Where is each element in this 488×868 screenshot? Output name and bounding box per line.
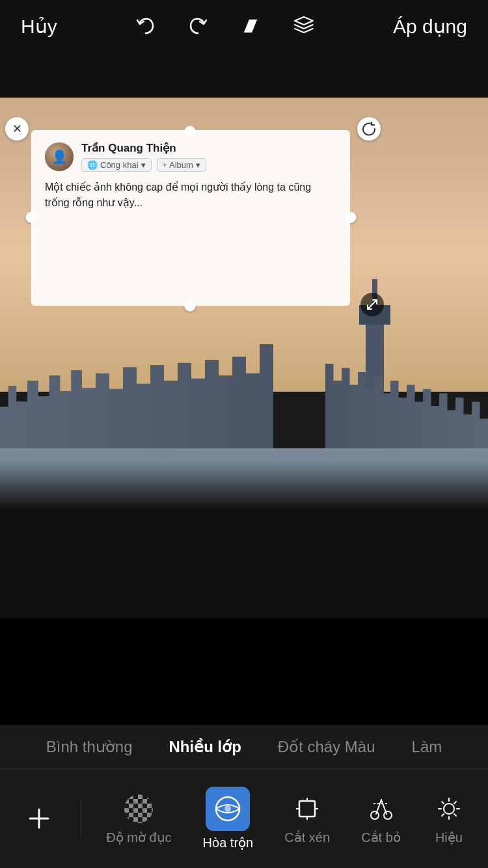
post-meta: 🌐 Công khai ▾ + Album ▾ (81, 158, 336, 172)
svg-point-14 (444, 804, 454, 814)
checkerboard-icon (124, 794, 153, 823)
opacity-icon (122, 792, 156, 826)
cut-label: Cắt bỏ (361, 830, 401, 845)
top-toolbar: Hủy (0, 0, 488, 52)
add-button[interactable] (16, 796, 62, 841)
apply-button[interactable]: Áp dụng (388, 10, 472, 43)
resize-icon (366, 298, 379, 311)
chevron-icon: ▾ (141, 160, 146, 170)
redo-icon (187, 15, 209, 37)
blend-label: Hòa trộn (203, 835, 254, 850)
avatar (45, 142, 74, 171)
effect-label: Hiệu (435, 830, 463, 845)
rotate-post-button[interactable] (357, 117, 381, 141)
eraser-icon (239, 14, 262, 38)
public-badge: 🌐 Công khai ▾ (81, 158, 152, 172)
svg-point-9 (371, 811, 379, 819)
svg-point-10 (384, 811, 392, 819)
cut-icon (364, 792, 398, 826)
svg-line-22 (442, 814, 444, 816)
tab-lam[interactable]: Làm (394, 725, 461, 768)
layers-icon (292, 14, 316, 38)
username: Trần Quang Thiện (81, 141, 336, 155)
facebook-post-overlay[interactable]: Trần Quang Thiện 🌐 Công khai ▾ + Album ▾… (31, 130, 350, 306)
toolbar-icons (129, 9, 321, 43)
globe-icon: 🌐 (87, 160, 98, 170)
effect-button[interactable]: Hiệu (426, 787, 472, 850)
crop-icon (290, 792, 324, 826)
chevron-icon-2: ▾ (196, 160, 200, 170)
undo-icon (135, 15, 157, 37)
svg-line-19 (442, 802, 444, 804)
blend-icon (206, 787, 250, 831)
buildings-left (0, 344, 273, 448)
opacity-label: Độ mờ đục (106, 830, 171, 845)
undo-button[interactable] (129, 10, 162, 42)
cut-button[interactable]: Cắt bỏ (355, 787, 407, 850)
fb-post-header: Trần Quang Thiện 🌐 Công khai ▾ + Album ▾ (45, 141, 336, 172)
bottom-toolbar: Bình thường Nhiều lớp Đốt cháy Màu Làm Đ… (0, 725, 488, 868)
dark-vignette-top (0, 52, 488, 98)
bottom-icons: Độ mờ đục Hòa trộn (0, 769, 488, 868)
tab-dot-chay-mau[interactable]: Đốt cháy Màu (260, 725, 394, 768)
plus-icon (22, 802, 56, 835)
user-info: Trần Quang Thiện 🌐 Công khai ▾ + Album ▾ (81, 141, 336, 172)
svg-rect-4 (299, 801, 315, 817)
close-post-button[interactable]: ✕ (5, 117, 29, 141)
blend-tabs: Bình thường Nhiều lớp Đốt cháy Màu Làm (0, 725, 488, 769)
resize-button[interactable] (360, 293, 384, 316)
opacity-button[interactable]: Độ mờ đục (100, 787, 178, 850)
crop-button[interactable]: Cắt xén (278, 787, 336, 850)
svg-line-11 (376, 800, 381, 814)
crop-label: Cắt xén (284, 830, 330, 845)
rotate-icon (362, 122, 376, 136)
dark-vignette-bottom (0, 462, 488, 618)
tab-binh-thuong[interactable]: Bình thường (28, 725, 151, 768)
album-badge: + Album ▾ (157, 158, 206, 172)
avatar-image (45, 142, 74, 171)
svg-line-21 (454, 802, 456, 804)
svg-line-12 (381, 800, 386, 814)
cancel-button[interactable]: Hủy (16, 10, 62, 43)
eraser-button[interactable] (234, 9, 267, 43)
layers-button[interactable] (287, 9, 321, 43)
divider (81, 799, 81, 838)
redo-button[interactable] (182, 10, 214, 42)
blend-button[interactable]: Hòa trộn (197, 781, 260, 856)
post-content: Một chiếc ảnh không cap để mọi người thấ… (45, 180, 336, 211)
svg-line-20 (454, 814, 456, 816)
tab-nhieu-lop[interactable]: Nhiều lớp (151, 725, 260, 768)
image-area: ✕ Trần Quang Thiện 🌐 (0, 52, 488, 618)
buildings-right (325, 364, 488, 448)
svg-point-3 (224, 806, 231, 812)
effect-icon (432, 792, 466, 826)
